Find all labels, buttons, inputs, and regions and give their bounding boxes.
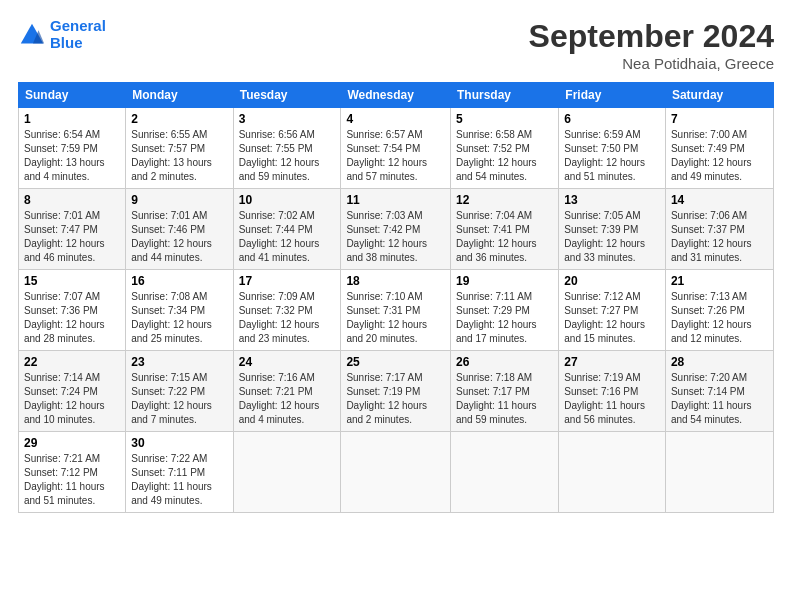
logo: General Blue [18,18,106,51]
day-number: 4 [346,112,445,126]
header-monday: Monday [126,83,233,108]
day-number: 23 [131,355,227,369]
calendar-header-row: Sunday Monday Tuesday Wednesday Thursday… [19,83,774,108]
header-sunday: Sunday [19,83,126,108]
day-info: Sunrise: 7:02 AMSunset: 7:44 PMDaylight:… [239,209,336,265]
day-number: 11 [346,193,445,207]
table-row: 25Sunrise: 7:17 AMSunset: 7:19 PMDayligh… [341,351,451,432]
day-info: Sunrise: 7:13 AMSunset: 7:26 PMDaylight:… [671,290,768,346]
day-info: Sunrise: 7:05 AMSunset: 7:39 PMDaylight:… [564,209,660,265]
day-number: 3 [239,112,336,126]
day-number: 5 [456,112,553,126]
table-row: 29Sunrise: 7:21 AMSunset: 7:12 PMDayligh… [19,432,126,513]
day-number: 8 [24,193,120,207]
day-info: Sunrise: 7:09 AMSunset: 7:32 PMDaylight:… [239,290,336,346]
day-number: 29 [24,436,120,450]
table-row: 1Sunrise: 6:54 AMSunset: 7:59 PMDaylight… [19,108,126,189]
logo-text: General Blue [50,18,106,51]
day-number: 9 [131,193,227,207]
table-row: 30Sunrise: 7:22 AMSunset: 7:11 PMDayligh… [126,432,233,513]
table-row: 22Sunrise: 7:14 AMSunset: 7:24 PMDayligh… [19,351,126,432]
table-row: 24Sunrise: 7:16 AMSunset: 7:21 PMDayligh… [233,351,341,432]
calendar-week-1: 1Sunrise: 6:54 AMSunset: 7:59 PMDaylight… [19,108,774,189]
day-info: Sunrise: 7:00 AMSunset: 7:49 PMDaylight:… [671,128,768,184]
table-row: 15Sunrise: 7:07 AMSunset: 7:36 PMDayligh… [19,270,126,351]
table-row [450,432,558,513]
day-info: Sunrise: 6:55 AMSunset: 7:57 PMDaylight:… [131,128,227,184]
location: Nea Potidhaia, Greece [529,55,774,72]
day-info: Sunrise: 7:12 AMSunset: 7:27 PMDaylight:… [564,290,660,346]
day-info: Sunrise: 7:01 AMSunset: 7:47 PMDaylight:… [24,209,120,265]
header-wednesday: Wednesday [341,83,451,108]
header-tuesday: Tuesday [233,83,341,108]
day-info: Sunrise: 6:54 AMSunset: 7:59 PMDaylight:… [24,128,120,184]
table-row [559,432,666,513]
table-row: 19Sunrise: 7:11 AMSunset: 7:29 PMDayligh… [450,270,558,351]
day-number: 30 [131,436,227,450]
header-thursday: Thursday [450,83,558,108]
table-row: 12Sunrise: 7:04 AMSunset: 7:41 PMDayligh… [450,189,558,270]
day-info: Sunrise: 7:19 AMSunset: 7:16 PMDaylight:… [564,371,660,427]
calendar-table: Sunday Monday Tuesday Wednesday Thursday… [18,82,774,513]
day-info: Sunrise: 7:03 AMSunset: 7:42 PMDaylight:… [346,209,445,265]
day-number: 10 [239,193,336,207]
day-info: Sunrise: 7:15 AMSunset: 7:22 PMDaylight:… [131,371,227,427]
table-row: 6Sunrise: 6:59 AMSunset: 7:50 PMDaylight… [559,108,666,189]
table-row: 14Sunrise: 7:06 AMSunset: 7:37 PMDayligh… [665,189,773,270]
table-row [341,432,451,513]
table-row: 5Sunrise: 6:58 AMSunset: 7:52 PMDaylight… [450,108,558,189]
calendar-week-2: 8Sunrise: 7:01 AMSunset: 7:47 PMDaylight… [19,189,774,270]
table-row: 21Sunrise: 7:13 AMSunset: 7:26 PMDayligh… [665,270,773,351]
day-number: 27 [564,355,660,369]
day-info: Sunrise: 7:16 AMSunset: 7:21 PMDaylight:… [239,371,336,427]
month-title: September 2024 [529,18,774,55]
header-friday: Friday [559,83,666,108]
day-info: Sunrise: 7:04 AMSunset: 7:41 PMDaylight:… [456,209,553,265]
day-info: Sunrise: 6:58 AMSunset: 7:52 PMDaylight:… [456,128,553,184]
day-number: 18 [346,274,445,288]
day-info: Sunrise: 6:59 AMSunset: 7:50 PMDaylight:… [564,128,660,184]
table-row: 18Sunrise: 7:10 AMSunset: 7:31 PMDayligh… [341,270,451,351]
day-number: 26 [456,355,553,369]
day-number: 12 [456,193,553,207]
calendar-week-3: 15Sunrise: 7:07 AMSunset: 7:36 PMDayligh… [19,270,774,351]
day-info: Sunrise: 7:10 AMSunset: 7:31 PMDaylight:… [346,290,445,346]
day-number: 24 [239,355,336,369]
day-number: 25 [346,355,445,369]
table-row: 17Sunrise: 7:09 AMSunset: 7:32 PMDayligh… [233,270,341,351]
day-info: Sunrise: 7:20 AMSunset: 7:14 PMDaylight:… [671,371,768,427]
table-row: 7Sunrise: 7:00 AMSunset: 7:49 PMDaylight… [665,108,773,189]
day-number: 13 [564,193,660,207]
day-info: Sunrise: 7:11 AMSunset: 7:29 PMDaylight:… [456,290,553,346]
title-block: September 2024 Nea Potidhaia, Greece [529,18,774,72]
day-info: Sunrise: 6:57 AMSunset: 7:54 PMDaylight:… [346,128,445,184]
calendar-week-4: 22Sunrise: 7:14 AMSunset: 7:24 PMDayligh… [19,351,774,432]
table-row: 27Sunrise: 7:19 AMSunset: 7:16 PMDayligh… [559,351,666,432]
table-row: 13Sunrise: 7:05 AMSunset: 7:39 PMDayligh… [559,189,666,270]
table-row: 26Sunrise: 7:18 AMSunset: 7:17 PMDayligh… [450,351,558,432]
day-number: 2 [131,112,227,126]
header: General Blue September 2024 Nea Potidhai… [18,18,774,72]
day-number: 17 [239,274,336,288]
day-info: Sunrise: 7:21 AMSunset: 7:12 PMDaylight:… [24,452,120,508]
day-number: 14 [671,193,768,207]
day-info: Sunrise: 6:56 AMSunset: 7:55 PMDaylight:… [239,128,336,184]
table-row: 8Sunrise: 7:01 AMSunset: 7:47 PMDaylight… [19,189,126,270]
table-row: 23Sunrise: 7:15 AMSunset: 7:22 PMDayligh… [126,351,233,432]
table-row: 2Sunrise: 6:55 AMSunset: 7:57 PMDaylight… [126,108,233,189]
day-info: Sunrise: 7:22 AMSunset: 7:11 PMDaylight:… [131,452,227,508]
day-info: Sunrise: 7:08 AMSunset: 7:34 PMDaylight:… [131,290,227,346]
table-row [233,432,341,513]
day-number: 16 [131,274,227,288]
day-number: 22 [24,355,120,369]
day-info: Sunrise: 7:06 AMSunset: 7:37 PMDaylight:… [671,209,768,265]
day-info: Sunrise: 7:01 AMSunset: 7:46 PMDaylight:… [131,209,227,265]
day-number: 7 [671,112,768,126]
day-number: 28 [671,355,768,369]
day-number: 1 [24,112,120,126]
day-number: 19 [456,274,553,288]
table-row [665,432,773,513]
day-info: Sunrise: 7:18 AMSunset: 7:17 PMDaylight:… [456,371,553,427]
table-row: 10Sunrise: 7:02 AMSunset: 7:44 PMDayligh… [233,189,341,270]
day-info: Sunrise: 7:07 AMSunset: 7:36 PMDaylight:… [24,290,120,346]
